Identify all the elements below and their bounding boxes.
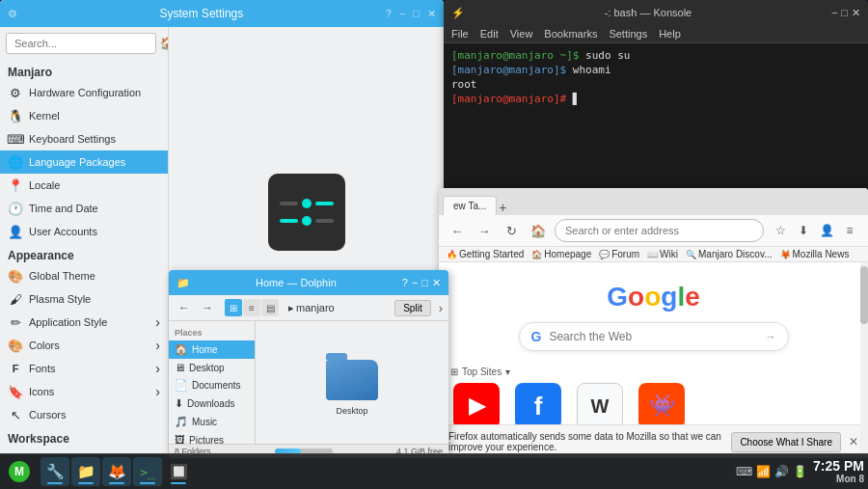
dolphin-place-pictures[interactable]: 🖼 Pictures: [169, 431, 255, 444]
dolphin-back-btn[interactable]: ←: [175, 298, 194, 317]
dolphin-help-btn[interactable]: ?: [402, 277, 408, 289]
bookmark-wiki[interactable]: 📖 Wiki: [647, 249, 678, 259]
sidebar-item-appstyle[interactable]: ✏ Application Style: [0, 311, 168, 334]
konsole-menu-edit[interactable]: Edit: [480, 28, 499, 40]
sidebar-item-plasmastyle[interactable]: 🖌 Plasma Style: [0, 287, 168, 311]
firefox-tab-active[interactable]: ew Ta...: [443, 196, 497, 215]
firefox-home-btn[interactable]: 🏠: [528, 220, 549, 241]
bookmark-getting-started[interactable]: 🔥 Getting Started: [447, 249, 524, 259]
dolphin-split-btn[interactable]: Split: [394, 300, 430, 316]
ff-notification-close-btn[interactable]: ✕: [849, 435, 858, 448]
sidebar-item-keyboard[interactable]: ⌨ Keyboard Settings: [0, 127, 168, 150]
dolphin-titlebar: 📁 Home — Dolphin ? − □ ✕: [169, 270, 448, 295]
konsole-min-btn[interactable]: −: [831, 7, 837, 19]
sidebar-item-colors[interactable]: 🎨 Colors: [0, 334, 168, 357]
taskbar-app-pager[interactable]: 🔲: [164, 457, 193, 486]
dolphin-chevron-right[interactable]: ›: [439, 301, 443, 315]
dolphin-place-desktop[interactable]: 🖥 Desktop: [169, 359, 255, 376]
sidebar-item-kernel[interactable]: 🐧 Kernel: [0, 104, 168, 127]
dolphin-view-btns: ⊞ ≡ ▤: [225, 299, 279, 316]
sidebar-search-input[interactable]: [6, 33, 156, 54]
taskbar-app-settings[interactable]: 🔧: [41, 457, 69, 486]
folder-desktop-label: Desktop: [336, 406, 367, 416]
sidebar-item-timedate[interactable]: 🕐 Time and Date: [0, 197, 168, 220]
dolphin-details-view-btn[interactable]: ≡: [243, 299, 260, 316]
win-min-btn[interactable]: −: [399, 8, 405, 20]
konsole-menu-view[interactable]: View: [510, 28, 533, 40]
firefox-menu-btn[interactable]: ≡: [839, 220, 860, 241]
firefox-new-tab-btn[interactable]: +: [499, 200, 506, 215]
taskbar-keyboard-icon[interactable]: ⌨: [736, 465, 752, 478]
win-max-btn[interactable]: □: [413, 8, 420, 20]
dolphin-forward-btn[interactable]: →: [198, 298, 217, 317]
bookmark-forum[interactable]: 💬 Forum: [599, 249, 639, 259]
colors-icon: 🎨: [8, 338, 23, 353]
settings-sidebar: 🏠 Manjaro ⚙ Hardware Configuration 🐧 Ker…: [0, 27, 169, 453]
manjaro-logo-icon: M: [14, 465, 24, 478]
bookmark-manjaro-discover[interactable]: 🔍 Manjaro Discov...: [686, 249, 773, 259]
konsole-body[interactable]: [manjaro@manjaro ~]$ sudo su [manjaro@ma…: [444, 43, 868, 193]
taskbar-battery-icon[interactable]: 🔋: [793, 465, 807, 478]
bookmark-homepage[interactable]: 🏠 Homepage: [531, 249, 591, 259]
sidebar-item-locale[interactable]: 📍 Locale: [0, 174, 168, 197]
breadcrumb-path[interactable]: manjaro: [296, 302, 335, 313]
win-help-btn[interactable]: ?: [386, 8, 392, 20]
sidebar-item-fonts[interactable]: F Fonts: [0, 357, 168, 380]
taskbar-volume-icon[interactable]: 🔊: [774, 465, 789, 478]
sidebar-item-icons[interactable]: 🔖 Icons: [0, 380, 168, 403]
sidebar-item-hardware[interactable]: ⚙ Hardware Configuration: [0, 81, 168, 104]
sidebar-home-btn[interactable]: 🏠: [160, 34, 169, 53]
dolphin-grid-view-btn[interactable]: ⊞: [225, 299, 242, 316]
dolphin-place-downloads[interactable]: ⬇ Downloads: [169, 394, 255, 413]
win-close-btn[interactable]: ✕: [427, 8, 436, 20]
konsole-close-btn[interactable]: ✕: [852, 7, 860, 19]
konsole-menu-settings[interactable]: Settings: [609, 28, 647, 40]
konsole-menu-bookmarks[interactable]: Bookmarks: [544, 28, 597, 40]
sidebar-item-cursors[interactable]: ↖ Cursors: [0, 403, 168, 426]
bookmark-mozilla-news[interactable]: 🦊 Mozilla News: [780, 249, 850, 259]
firefox-address-bar[interactable]: [555, 219, 764, 242]
firefox-forward-btn[interactable]: →: [474, 220, 495, 241]
firefox-account-icon[interactable]: 👤: [816, 220, 837, 241]
taskbar-app-firefox[interactable]: 🦊: [102, 457, 131, 486]
firefox-back-btn[interactable]: ←: [447, 220, 468, 241]
taskbar-app-terminal[interactable]: >_: [133, 457, 162, 486]
place-desktop-icon: 🖥: [175, 362, 185, 373]
bookmark-icon-2: 🏠: [531, 250, 542, 259]
firefox-scrollbar[interactable]: [860, 262, 868, 458]
taskbar-network-icon[interactable]: 📶: [756, 465, 771, 478]
ff-search-input[interactable]: [549, 330, 757, 343]
place-home-label: Home: [192, 344, 218, 355]
dolphin-max-btn[interactable]: □: [421, 277, 428, 289]
sidebar-item-globaltheme[interactable]: 🎨 Global Theme: [0, 264, 168, 287]
firefox-downloads-icon[interactable]: ⬇: [793, 220, 814, 241]
g-letter-5: l: [677, 282, 685, 312]
bookmark-label-5: Manjaro Discov...: [698, 249, 773, 259]
sidebar-item-users[interactable]: 👤 User Accounts: [0, 220, 168, 243]
dolphin-place-documents[interactable]: 📄 Documents: [169, 376, 255, 394]
firefox-reload-btn[interactable]: ↻: [501, 220, 522, 241]
taskbar-app-files[interactable]: 📁: [71, 457, 100, 486]
dolphin-compact-view-btn[interactable]: ▤: [261, 299, 279, 316]
dolphin-place-music[interactable]: 🎵 Music: [169, 413, 255, 431]
dolphin-folder-desktop[interactable]: Desktop: [321, 350, 383, 416]
konsole-menu-help[interactable]: Help: [659, 28, 681, 40]
sidebar-item-language[interactable]: 🌐 Language Packages: [0, 150, 168, 174]
konsole-max-btn[interactable]: □: [841, 7, 848, 19]
taskbar-menu-btn[interactable]: M: [4, 456, 35, 487]
slider-dot-1: [302, 199, 312, 208]
dolphin-close-btn[interactable]: ✕: [432, 277, 441, 289]
dolphin-place-home[interactable]: 🏠 Home: [169, 340, 255, 359]
cursors-icon: ↖: [8, 407, 23, 422]
konsole-menu-file[interactable]: File: [451, 28, 469, 40]
slider-line-right-2: [315, 219, 334, 223]
scrollbar-thumb[interactable]: [860, 266, 868, 324]
ff-search-bar[interactable]: G →: [519, 322, 789, 351]
firefox-bookmark-star[interactable]: ☆: [770, 220, 791, 241]
sidebar-label-cursors: Cursors: [29, 409, 67, 421]
taskbar-clock[interactable]: 7:25 PM Mon 8: [813, 458, 864, 486]
dolphin-min-btn[interactable]: −: [412, 277, 418, 289]
google-logo: Google: [607, 282, 699, 312]
sidebar-section-workspace: Workspace: [0, 426, 168, 448]
ff-choose-share-btn[interactable]: Choose What I Share: [731, 432, 841, 452]
